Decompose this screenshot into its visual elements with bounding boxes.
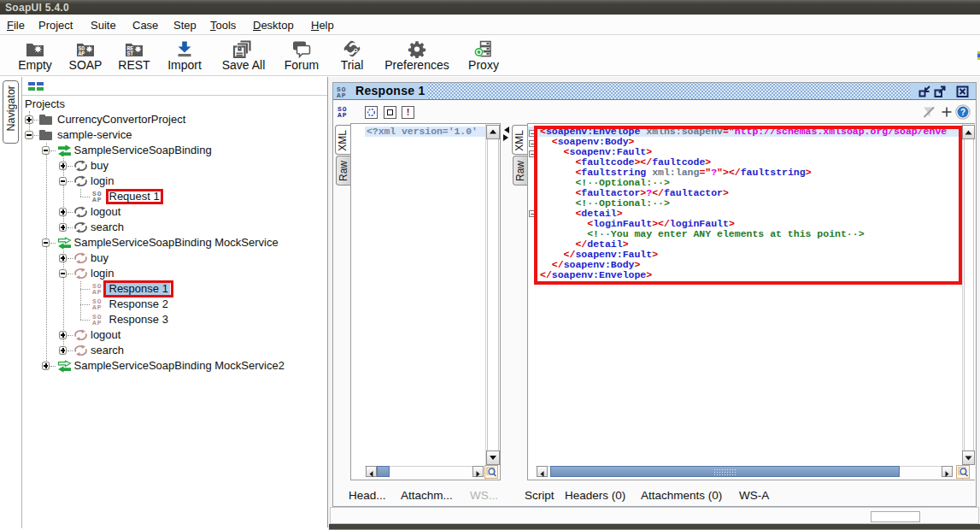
svg-text:AP: AP [79, 51, 85, 57]
svg-text:?: ? [960, 108, 965, 117]
svg-text:ST: ST [127, 51, 134, 57]
